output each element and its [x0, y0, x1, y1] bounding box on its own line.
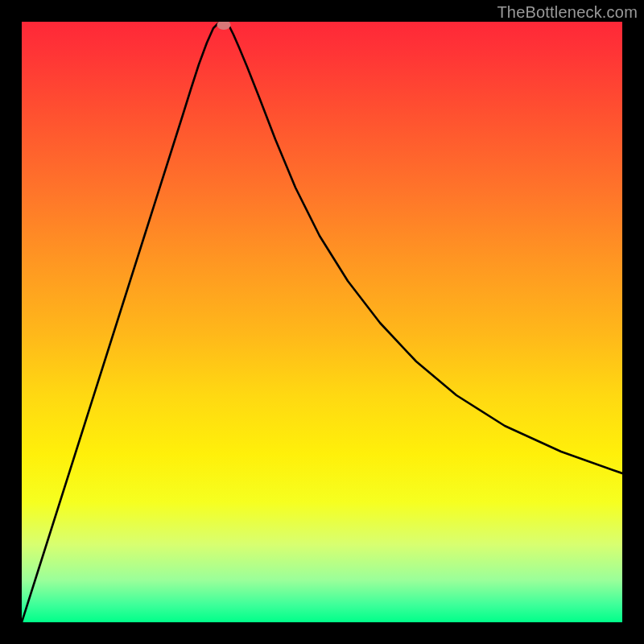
- chart-area: [22, 22, 622, 622]
- watermark-text: TheBottleneck.com: [497, 3, 638, 22]
- bottleneck-curve: [22, 22, 622, 622]
- chart-curve-svg: [22, 22, 622, 622]
